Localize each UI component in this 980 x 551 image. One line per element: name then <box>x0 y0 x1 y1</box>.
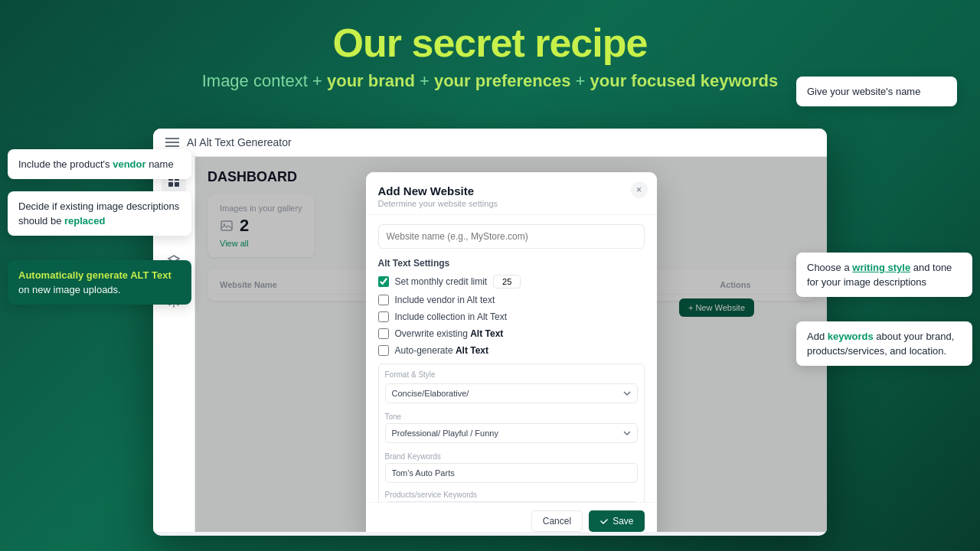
callout-autogen: Automatically generate ALT Texton new im… <box>8 260 191 305</box>
checkbox-row-autogen: Auto-generate Alt Text <box>378 345 645 356</box>
modal-body: Alt Text Settings Set monthly credit lim… <box>366 215 657 532</box>
callout-vendor: Include the product's vendor name <box>8 149 191 179</box>
checkbox-vendor[interactable] <box>378 295 389 305</box>
subtitle-part2: + <box>415 71 434 90</box>
modal-subtitle: Determine your website settings <box>378 199 645 208</box>
checkbox-label-collection: Include collection in Alt Text <box>395 311 508 322</box>
page-title: Our secret recipe <box>0 21 980 65</box>
format-section-label: Format & Style <box>385 370 638 379</box>
credit-limit-input[interactable] <box>493 275 521 289</box>
app-header-bar: AI Alt Text Genereator <box>153 129 827 157</box>
subtitle-bold1: your brand <box>327 71 415 90</box>
callout-autogen-text: Automatically generate ALT Texton new im… <box>18 269 172 295</box>
callout-website-name: Give your website's name <box>796 77 957 106</box>
modal-footer: Cancel Save <box>366 502 657 532</box>
checkbox-monthly-credit[interactable] <box>378 276 389 287</box>
subtitle-part3: + <box>570 71 590 90</box>
modal-title: Add New Website <box>378 184 645 197</box>
callout-replace: Decide if existing image descriptions sh… <box>8 191 191 236</box>
callout-replace-text: Decide if existing image descriptions sh… <box>18 201 179 227</box>
hamburger-icon[interactable] <box>165 138 179 147</box>
checkbox-label-overwrite: Overwrite existing Alt Text <box>395 328 504 339</box>
tone-label: Tone <box>385 412 638 421</box>
checkbox-row-vendor: Include vendor in Alt text <box>378 295 645 305</box>
checkbox-row-overwrite: Overwrite existing Alt Text <box>378 328 645 339</box>
products-keywords-label: Products/service Keywords <box>385 491 638 499</box>
save-button[interactable]: Save <box>589 510 644 532</box>
checkbox-row-collection: Include collection in Alt Text <box>378 311 645 322</box>
checkbox-label-autogen: Auto-generate Alt Text <box>395 345 489 356</box>
page-background: Our secret recipe Image context + your b… <box>0 0 980 106</box>
checkbox-row-monthly-credit: Set monthly credit limit <box>378 275 645 289</box>
checkbox-collection[interactable] <box>378 311 389 322</box>
checkbox-overwrite[interactable] <box>378 328 389 339</box>
modal-close-button[interactable]: × <box>631 181 648 198</box>
svg-rect-2 <box>168 182 173 187</box>
app-window: AI Alt Text Genereator <box>153 129 827 536</box>
checkbox-label-vendor: Include vendor in Alt text <box>395 295 495 305</box>
modal-header: Add New Website Determine your website s… <box>366 172 657 215</box>
app-title: AI Alt Text Genereator <box>187 136 292 148</box>
svg-rect-3 <box>175 182 179 187</box>
modal-overlay: Add New Website Determine your website s… <box>195 157 827 532</box>
save-label: Save <box>612 516 633 527</box>
callout-keywords: Add keywords about your brand, products/… <box>796 321 972 366</box>
tone-select[interactable]: Professional/ Playful / Funny <box>385 423 638 443</box>
subtitle-bold3: your focused keywords <box>590 71 779 90</box>
format-select[interactable]: Concise/Elaborative/ <box>385 383 638 403</box>
subtitle-bold2: your preferences <box>434 71 571 90</box>
brand-keywords-label: Brand Keywords <box>385 452 638 461</box>
checkbox-autogen[interactable] <box>378 345 389 356</box>
save-icon <box>599 517 609 526</box>
callout-vendor-text: Include the product's vendor name <box>18 158 174 170</box>
callout-website-name-text: Give your website's name <box>807 86 920 97</box>
alt-text-settings-label: Alt Text Settings <box>378 258 645 269</box>
callout-keywords-text: Add keywords about your brand, products/… <box>807 331 954 357</box>
subtitle-part1: Image context + <box>202 71 327 90</box>
app-body: DASHBOARD Images in your gallery 2 View … <box>153 157 827 532</box>
main-content: DASHBOARD Images in your gallery 2 View … <box>195 157 827 532</box>
checkbox-label-monthly-credit: Set monthly credit limit <box>395 276 488 287</box>
callout-writing-style: Choose a writing style and tone for your… <box>796 253 972 297</box>
brand-keywords-input[interactable] <box>385 463 638 483</box>
callout-writing-text: Choose a writing style and tone for your… <box>807 262 952 288</box>
cancel-button[interactable]: Cancel <box>531 510 583 532</box>
add-website-modal: Add New Website Determine your website s… <box>366 172 657 532</box>
website-name-input[interactable] <box>378 224 645 249</box>
